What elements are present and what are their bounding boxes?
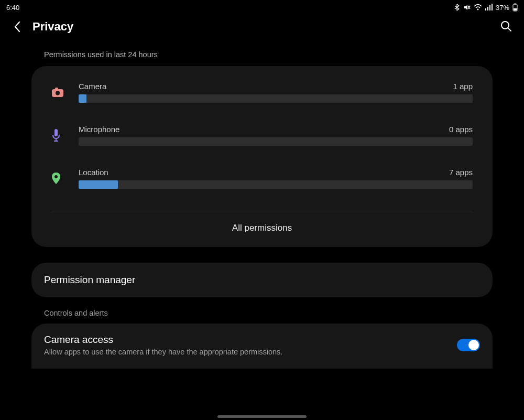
- permission-count: 7 apps: [449, 168, 473, 177]
- chevron-left-icon: [14, 21, 21, 33]
- all-permissions-button[interactable]: All permissions: [51, 211, 473, 247]
- permission-count: 1 app: [453, 82, 473, 91]
- svg-rect-15: [54, 129, 58, 136]
- permission-count: 0 apps: [449, 125, 473, 134]
- svg-rect-3: [485, 8, 486, 10]
- camera-access-toggle[interactable]: [457, 339, 480, 351]
- controls-section-label: Controls and alerts: [31, 297, 493, 324]
- permission-usage-bar: [79, 180, 473, 189]
- nav-handle[interactable]: [217, 415, 307, 418]
- mute-icon: [463, 4, 471, 11]
- header-bar: Privacy: [0, 13, 524, 39]
- svg-rect-13: [55, 88, 58, 90]
- permission-usage-bar: [79, 137, 473, 146]
- svg-point-2: [477, 9, 479, 10]
- page-title: Privacy: [32, 20, 500, 34]
- camera-access-item[interactable]: Camera access Allow apps to use the came…: [31, 324, 493, 369]
- signal-icon: [485, 4, 493, 11]
- permission-label: Location: [79, 168, 108, 177]
- content: Permissions used in last 24 hours Camera…: [0, 39, 524, 369]
- svg-point-14: [56, 91, 60, 95]
- permission-label: Microphone: [79, 125, 119, 134]
- permission-row-microphone[interactable]: Microphone 0 apps: [51, 125, 473, 146]
- svg-rect-5: [489, 5, 490, 10]
- battery-icon: [512, 3, 518, 12]
- camera-access-title: Camera access: [44, 334, 449, 346]
- search-icon: [500, 20, 512, 33]
- microphone-icon: [51, 128, 79, 142]
- bluetooth-icon: [454, 4, 460, 11]
- permission-manager-item[interactable]: Permission manager: [31, 263, 493, 297]
- status-time: 6:40: [6, 4, 19, 12]
- svg-rect-9: [514, 8, 517, 10]
- search-button[interactable]: [500, 20, 514, 34]
- svg-rect-8: [515, 4, 516, 5]
- permission-row-location[interactable]: Location 7 apps: [51, 168, 473, 189]
- permissions-usage-card: Camera 1 app Microphone 0 apps: [31, 66, 493, 247]
- location-icon: [51, 172, 79, 185]
- back-button[interactable]: [10, 20, 24, 34]
- permission-usage-bar: [79, 94, 473, 103]
- camera-access-subtitle: Allow apps to use the camera if they hav…: [44, 348, 449, 356]
- svg-rect-4: [487, 7, 488, 10]
- wifi-icon: [474, 4, 482, 11]
- status-bar: 6:40 37%: [0, 0, 524, 13]
- svg-rect-6: [492, 4, 493, 10]
- svg-line-11: [508, 28, 511, 31]
- permission-row-camera[interactable]: Camera 1 app: [51, 82, 473, 103]
- permission-label: Camera: [79, 82, 106, 91]
- permissions-section-label: Permissions used in last 24 hours: [31, 50, 493, 66]
- svg-point-18: [54, 175, 58, 178]
- battery-pct: 37%: [496, 4, 509, 12]
- camera-icon: [51, 87, 79, 98]
- status-icons: 37%: [454, 3, 518, 12]
